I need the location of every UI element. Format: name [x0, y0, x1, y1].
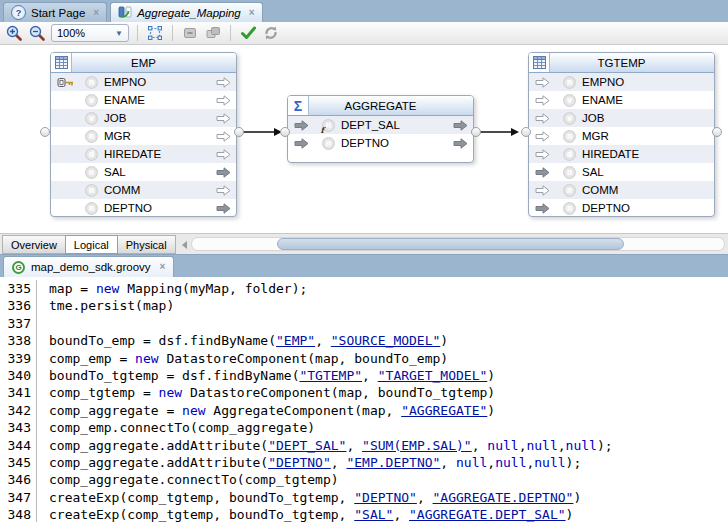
- datatype-badge-d: d: [563, 148, 576, 161]
- attribute-row[interactable]: nDEPTNO: [288, 134, 473, 152]
- datastore-tgtemp[interactable]: TGTEMP nEMPNOvENAMEvJOBnMGRdHIREDATEnSAL…: [528, 52, 715, 217]
- tab-groovy-file[interactable]: G map_demo_sdk.groovy ×: [3, 256, 174, 277]
- attribute-row[interactable]: nCOMM: [51, 181, 236, 199]
- code-text: comp_emp = new DatastoreComponent(map, b…: [37, 350, 448, 367]
- code-line[interactable]: 338boundTo_emp = dsf.findByName("EMP", "…: [0, 332, 728, 349]
- attribute-name: DEPT_SAL: [341, 119, 400, 131]
- in-arrow-icon[interactable]: [535, 185, 563, 196]
- close-icon[interactable]: ×: [249, 8, 255, 18]
- code-line[interactable]: 345comp_aggregate.addAttribute("DEPTNO",…: [0, 454, 728, 471]
- port-tgtemp-left[interactable]: [521, 127, 531, 137]
- close-icon[interactable]: ×: [93, 8, 99, 18]
- datastore-header[interactable]: TGTEMP: [529, 53, 714, 73]
- component-header[interactable]: Σ AGGREGATE: [288, 96, 473, 116]
- connected-out-arrow-icon[interactable]: [216, 203, 231, 214]
- out-arrow-icon[interactable]: [216, 113, 231, 124]
- tab-aggregate-mapping[interactable]: Aggregate_Mapping ×: [110, 2, 262, 22]
- in-arrow-icon[interactable]: [535, 113, 563, 124]
- component-aggregate[interactable]: Σ AGGREGATE fnDEPT_SALnDEPTNO: [287, 95, 474, 163]
- attribute-name: EMPNO: [104, 76, 146, 88]
- datatype-badge-n: n: [563, 130, 576, 143]
- horizontal-scrollbar[interactable]: [191, 237, 725, 251]
- tab-overview[interactable]: Overview: [2, 235, 66, 254]
- out-arrow-icon[interactable]: [216, 131, 231, 142]
- out-arrow-icon[interactable]: [216, 77, 231, 88]
- attribute-row[interactable]: nEMPNO: [529, 73, 714, 91]
- in-arrow-icon[interactable]: [535, 131, 563, 142]
- attribute-row[interactable]: dHIREDATE: [51, 145, 236, 163]
- attribute-row[interactable]: nEMPNO: [51, 73, 236, 91]
- tab-physical[interactable]: Physical: [117, 235, 176, 254]
- code-line[interactable]: 339comp_emp = new DatastoreComponent(map…: [0, 350, 728, 367]
- port-emp-left[interactable]: [40, 127, 50, 137]
- port-tgtemp-right[interactable]: [712, 127, 722, 137]
- attribute-row[interactable]: nMGR: [529, 127, 714, 145]
- select-all-button[interactable]: [146, 24, 164, 42]
- scrollbar-thumb[interactable]: [277, 238, 624, 250]
- port-aggregate-right[interactable]: [471, 127, 481, 137]
- code-line[interactable]: 347createExp(comp_tgtemp, boundTo_tgtemp…: [0, 489, 728, 506]
- datastore-emp[interactable]: EMP nEMPNOvENAMEvJOBnMGRdHIREDATEnSALnCO…: [50, 52, 237, 217]
- code-line[interactable]: 344comp_aggregate.addAttribute("DEPT_SAL…: [0, 437, 728, 454]
- code-text: boundTo_emp = dsf.findByName("EMP", "SOU…: [37, 332, 448, 349]
- code-line[interactable]: 337: [0, 315, 728, 332]
- zoom-in-button[interactable]: [5, 24, 23, 42]
- code-line[interactable]: 340boundTo_tgtemp = dsf.findByName("TGTE…: [0, 367, 728, 384]
- datastore-header[interactable]: EMP: [51, 53, 236, 73]
- code-line[interactable]: 335map = new Mapping(myMap, folder);: [0, 280, 728, 297]
- out-arrow-icon[interactable]: [216, 149, 231, 160]
- attribute-name: SAL: [582, 166, 604, 178]
- help-icon: ?: [11, 5, 26, 20]
- in-arrow-icon[interactable]: [535, 95, 563, 106]
- attribute-row[interactable]: dHIREDATE: [529, 145, 714, 163]
- connected-in-arrow-icon[interactable]: [535, 167, 563, 178]
- validate-button[interactable]: [239, 24, 257, 42]
- connected-out-arrow-icon[interactable]: [216, 167, 231, 178]
- code-line[interactable]: 346comp_aggregate.connectTo(comp_tgtemp): [0, 471, 728, 488]
- attribute-name: MGR: [582, 130, 609, 142]
- attribute-row[interactable]: nDEPTNO: [51, 199, 236, 217]
- port-emp-right[interactable]: [234, 127, 244, 137]
- in-arrow-icon[interactable]: [535, 149, 563, 160]
- attribute-row[interactable]: vENAME: [529, 91, 714, 109]
- tab-start-page[interactable]: ? Start Page ×: [3, 2, 107, 22]
- attribute-row[interactable]: vENAME: [51, 91, 236, 109]
- attribute-row[interactable]: nDEPTNO: [529, 199, 714, 217]
- attribute-row[interactable]: vJOB: [51, 109, 236, 127]
- connected-in-arrow-icon[interactable]: [535, 203, 563, 214]
- attribute-row[interactable]: nSAL: [51, 163, 236, 181]
- port-aggregate-left[interactable]: [280, 127, 290, 137]
- code-line[interactable]: 341comp_tgtemp = new DatastoreComponent(…: [0, 384, 728, 401]
- line-number: 342: [0, 402, 37, 419]
- document-tabbar: ? Start Page × Aggregate_Mapping ×: [0, 0, 728, 22]
- zoom-level-combo[interactable]: 100% ▼: [51, 24, 129, 42]
- code-line[interactable]: 343comp_emp.connectTo(comp_aggregate): [0, 419, 728, 436]
- attribute-row[interactable]: nSAL: [529, 163, 714, 181]
- code-line[interactable]: 342comp_aggregate = new AggregateCompone…: [0, 402, 728, 419]
- code-line[interactable]: 348createExp(comp_tgtemp, boundTo_tgtemp…: [0, 506, 728, 522]
- connected-in-arrow-icon[interactable]: [294, 138, 322, 149]
- tab-logical[interactable]: Logical: [65, 235, 118, 254]
- in-arrow-icon[interactable]: [535, 77, 563, 88]
- scroll-left-icon[interactable]: [182, 241, 187, 249]
- out-arrow-icon[interactable]: [216, 95, 231, 106]
- connected-out-arrow-icon[interactable]: [453, 138, 468, 149]
- attribute-row[interactable]: vJOB: [529, 109, 714, 127]
- out-arrow-icon[interactable]: [216, 185, 231, 196]
- ide-window: ? Start Page × Aggregate_Mapping ×: [0, 0, 728, 522]
- connected-in-arrow-icon[interactable]: f: [294, 120, 322, 131]
- expand-button-disabled: [204, 24, 222, 42]
- code-editor[interactable]: 335map = new Mapping(myMap, folder);336t…: [0, 277, 728, 522]
- attribute-row[interactable]: fnDEPT_SAL: [288, 116, 473, 134]
- zoom-out-button[interactable]: [28, 24, 46, 42]
- attribute-row[interactable]: nMGR: [51, 127, 236, 145]
- attribute-row[interactable]: nCOMM: [529, 181, 714, 199]
- close-icon[interactable]: ×: [160, 262, 166, 272]
- code-text: comp_aggregate.addAttribute("DEPT_SAL", …: [37, 437, 613, 454]
- connected-out-arrow-icon[interactable]: [453, 120, 468, 131]
- attribute-name: DEPTNO: [341, 137, 389, 149]
- datatype-badge-v: v: [85, 94, 98, 107]
- datatype-badge-n: n: [563, 202, 576, 215]
- code-line[interactable]: 336tme.persist(map): [0, 297, 728, 314]
- code-text: map = new Mapping(myMap, folder);: [37, 280, 307, 297]
